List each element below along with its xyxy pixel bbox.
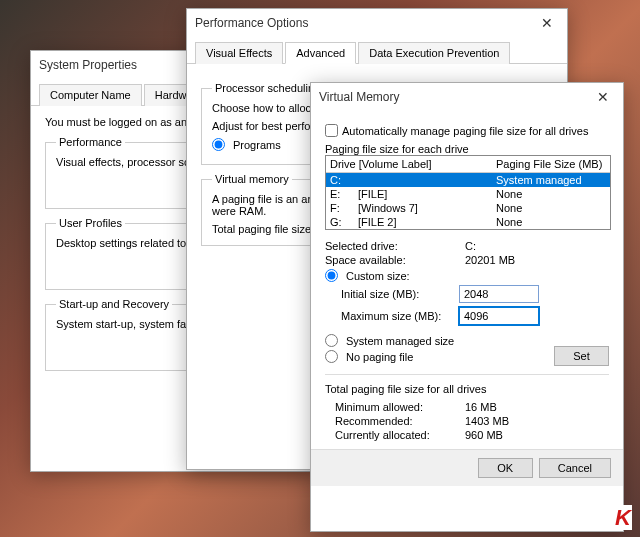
- vm-title: Virtual Memory: [319, 90, 399, 104]
- currently-allocated-value: 960 MB: [465, 429, 609, 441]
- no-paging-label: No paging file: [346, 351, 413, 363]
- set-button[interactable]: Set: [554, 346, 609, 366]
- programs-radio[interactable]: [212, 138, 225, 151]
- virtual-memory-dialog: Virtual Memory ✕ Automatically manage pa…: [310, 82, 624, 532]
- space-label: Space available:: [325, 254, 465, 266]
- initial-size-label: Initial size (MB):: [341, 288, 459, 300]
- initial-size-input[interactable]: [459, 285, 539, 303]
- tab-visual-effects[interactable]: Visual Effects: [195, 42, 283, 64]
- custom-size-radio[interactable]: [325, 269, 338, 282]
- min-allowed-label: Minimum allowed:: [335, 401, 465, 413]
- maximum-size-input[interactable]: [459, 307, 539, 325]
- perfopts-title: Performance Options: [195, 16, 308, 30]
- vm-content: Automatically manage paging file size fo…: [311, 111, 623, 449]
- tab-computer-name[interactable]: Computer Name: [39, 84, 142, 106]
- system-managed-radio[interactable]: [325, 334, 338, 347]
- startup-legend: Start-up and Recovery: [56, 298, 172, 310]
- custom-size-label: Custom size:: [346, 270, 410, 282]
- auto-manage-checkbox[interactable]: [325, 124, 338, 137]
- sched-legend: Processor scheduling: [212, 82, 323, 94]
- drive-row-c[interactable]: C: System managed: [326, 173, 610, 187]
- drive-row-g[interactable]: G: [FILE 2] None: [326, 215, 610, 229]
- sysprops-title: System Properties: [39, 58, 137, 72]
- programs-label: Programs: [233, 139, 281, 151]
- drive-row-f[interactable]: F: [Windows 7] None: [326, 201, 610, 215]
- header-size: Paging File Size (MB): [496, 158, 606, 170]
- header-drive: Drive [Volume Label]: [330, 158, 496, 170]
- vm-button-row: OK Cancel: [311, 449, 623, 486]
- selected-drive-value: C:: [465, 240, 609, 252]
- close-icon[interactable]: ✕: [527, 9, 567, 37]
- selected-drive-label: Selected drive:: [325, 240, 465, 252]
- close-icon[interactable]: ✕: [583, 83, 623, 111]
- tab-perf-advanced[interactable]: Advanced: [285, 42, 356, 64]
- ok-button[interactable]: OK: [478, 458, 533, 478]
- profiles-legend: User Profiles: [56, 217, 125, 229]
- tab-dep[interactable]: Data Execution Prevention: [358, 42, 510, 64]
- vm-titlebar: Virtual Memory ✕: [311, 83, 623, 111]
- total-paging-label: Total paging file size for all drives: [325, 383, 609, 395]
- recommended-label: Recommended:: [335, 415, 465, 427]
- vmem-legend: Virtual memory: [212, 173, 292, 185]
- drive-table: Drive [Volume Label] Paging File Size (M…: [325, 155, 611, 230]
- genk-logo: GENK: [568, 505, 632, 531]
- maximum-size-label: Maximum size (MB):: [341, 310, 459, 322]
- performance-legend: Performance: [56, 136, 125, 148]
- no-paging-radio[interactable]: [325, 350, 338, 363]
- auto-manage-label: Automatically manage paging file size fo…: [342, 125, 588, 137]
- min-allowed-value: 16 MB: [465, 401, 609, 413]
- recommended-value: 1403 MB: [465, 415, 609, 427]
- cancel-button[interactable]: Cancel: [539, 458, 611, 478]
- system-managed-label: System managed size: [346, 335, 454, 347]
- space-value: 20201 MB: [465, 254, 609, 266]
- currently-allocated-label: Currently allocated:: [335, 429, 465, 441]
- drive-header: Drive [Volume Label] Paging File Size (M…: [326, 156, 610, 173]
- paging-label: Paging file size for each drive: [325, 143, 609, 155]
- drive-row-e[interactable]: E: [FILE] None: [326, 187, 610, 201]
- perfopts-tabs: Visual Effects Advanced Data Execution P…: [187, 37, 567, 64]
- perfopts-titlebar: Performance Options ✕: [187, 9, 567, 37]
